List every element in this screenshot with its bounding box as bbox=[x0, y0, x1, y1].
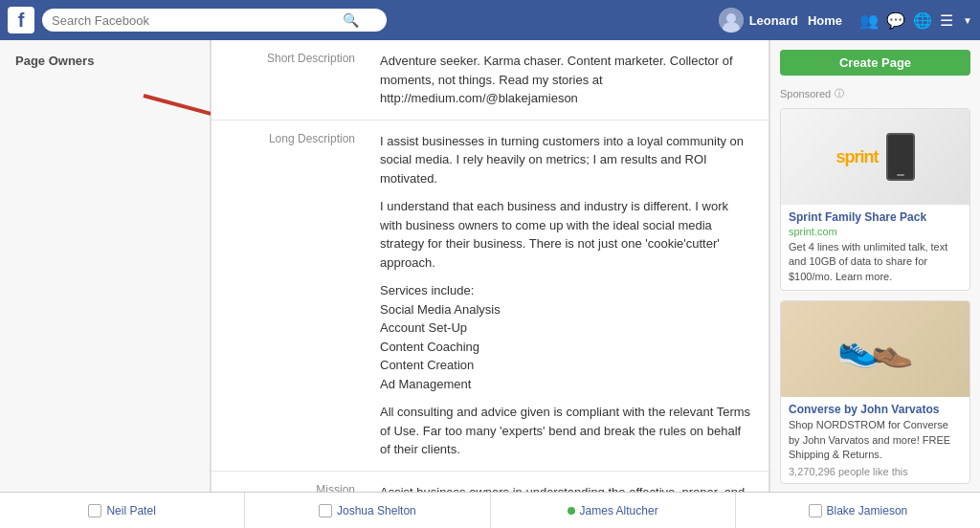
avatar-image bbox=[719, 8, 744, 33]
tab-checkbox-neil[interactable] bbox=[88, 504, 101, 517]
ad-image-converse: 👟 👞 bbox=[781, 301, 969, 397]
bottom-tabs: Neil Patel Joshua Shelton James Altucher… bbox=[0, 492, 980, 528]
tab-label-james: James Altucher bbox=[580, 504, 658, 517]
create-page-button[interactable]: Create Page bbox=[780, 50, 970, 76]
nav-username: Leonard bbox=[749, 13, 798, 28]
main-content: Short Description Adventure seeker. Karm… bbox=[211, 40, 769, 528]
ad-likes-converse: 3,270,296 people like this bbox=[789, 466, 962, 477]
tab-james-altucher[interactable]: James Altucher bbox=[491, 493, 736, 528]
top-navigation: f 🔍 Leonard Home 👥 💬 🌐 ☰ ▼ bbox=[0, 0, 980, 40]
nav-icons: 👥 💬 🌐 ☰ ▼ bbox=[859, 11, 972, 30]
tab-checkbox-blake[interactable] bbox=[809, 504, 822, 517]
tab-joshua-shelton[interactable]: Joshua Shelton bbox=[245, 493, 490, 528]
tab-dot-james bbox=[568, 507, 575, 515]
ad-body-converse: Converse by John Varvatos Shop NORDSTROM… bbox=[781, 397, 969, 483]
sponsored-info-icon: ⓘ bbox=[835, 87, 844, 100]
facebook-logo: f bbox=[8, 7, 34, 33]
search-icon: 🔍 bbox=[343, 12, 359, 28]
right-sidebar: Create Page Sponsored ⓘ sprint Sprint Fa… bbox=[769, 40, 980, 528]
search-input[interactable] bbox=[52, 13, 339, 28]
tab-label-blake: Blake Jamieson bbox=[827, 504, 908, 517]
notifications-icon[interactable]: 🌐 bbox=[913, 11, 932, 30]
long-desc-p1: I assist businesses in turning customers… bbox=[380, 132, 753, 188]
ad-domain-sprint[interactable]: sprint.com bbox=[789, 226, 962, 237]
sponsored-header: Sponsored ⓘ bbox=[780, 87, 970, 100]
tab-label-joshua: Joshua Shelton bbox=[337, 504, 416, 517]
value-long-description: I assist businesses in turning customers… bbox=[365, 120, 768, 471]
ad-title-converse: Converse by John Varvatos bbox=[789, 403, 962, 416]
ad-desc-sprint: Get 4 lines with unlimited talk, text an… bbox=[789, 240, 962, 284]
nav-home-link[interactable]: Home bbox=[808, 13, 842, 28]
sponsored-label: Sponsored bbox=[780, 88, 831, 99]
sprint-logo: sprint bbox=[835, 147, 878, 167]
svg-point-1 bbox=[726, 13, 736, 23]
nav-caret[interactable]: ▼ bbox=[963, 15, 972, 26]
long-desc-p3: Services include: Social Media Analysis … bbox=[380, 281, 753, 393]
tab-label-neil: Neil Patel bbox=[106, 504, 155, 517]
label-short-description: Short Description bbox=[212, 40, 365, 120]
avatar bbox=[719, 8, 744, 33]
value-short-description: Adventure seeker. Karma chaser. Content … bbox=[365, 40, 768, 120]
label-long-description: Long Description bbox=[212, 120, 365, 471]
long-desc-p2: I understand that each business and indu… bbox=[380, 197, 753, 272]
tab-neil-patel[interactable]: Neil Patel bbox=[0, 493, 245, 528]
table-row-long-desc: Long Description I assist businesses in … bbox=[212, 120, 768, 471]
info-table: Short Description Adventure seeker. Karm… bbox=[212, 40, 768, 528]
tab-checkbox-joshua[interactable] bbox=[319, 504, 332, 517]
left-sidebar: Page Owners bbox=[0, 40, 211, 528]
long-desc-p4: All consulting and advice given is compl… bbox=[380, 403, 753, 459]
table-row-short-desc: Short Description Adventure seeker. Karm… bbox=[212, 40, 768, 120]
ad-image-sprint: sprint bbox=[781, 109, 969, 205]
page-wrapper: Page Owners Short Description Adventure … bbox=[0, 40, 980, 528]
messages-icon[interactable]: 💬 bbox=[886, 11, 905, 30]
tab-blake-jamieson[interactable]: Blake Jamieson bbox=[736, 493, 980, 528]
ad-title-sprint: Sprint Family Share Pack bbox=[789, 210, 962, 224]
search-bar[interactable]: 🔍 bbox=[42, 9, 387, 32]
sidebar-title: Page Owners bbox=[15, 54, 194, 68]
phone-shape bbox=[886, 133, 915, 181]
ad-card-sprint[interactable]: sprint Sprint Family Share Pack sprint.c… bbox=[780, 108, 970, 291]
friend-requests-icon[interactable]: 👥 bbox=[859, 11, 879, 30]
ad-desc-converse: Shop NORDSTROM for Converse by John Varv… bbox=[789, 418, 962, 462]
ad-card-converse[interactable]: 👟 👞 Converse by John Varvatos Shop NORDS… bbox=[780, 300, 970, 484]
shoe-icon-2: 👞 bbox=[871, 329, 914, 369]
nav-right: Leonard Home 👥 💬 🌐 ☰ ▼ bbox=[719, 8, 972, 33]
ad-body-sprint: Sprint Family Share Pack sprint.com Get … bbox=[781, 205, 969, 290]
account-menu-icon[interactable]: ☰ bbox=[940, 11, 953, 30]
